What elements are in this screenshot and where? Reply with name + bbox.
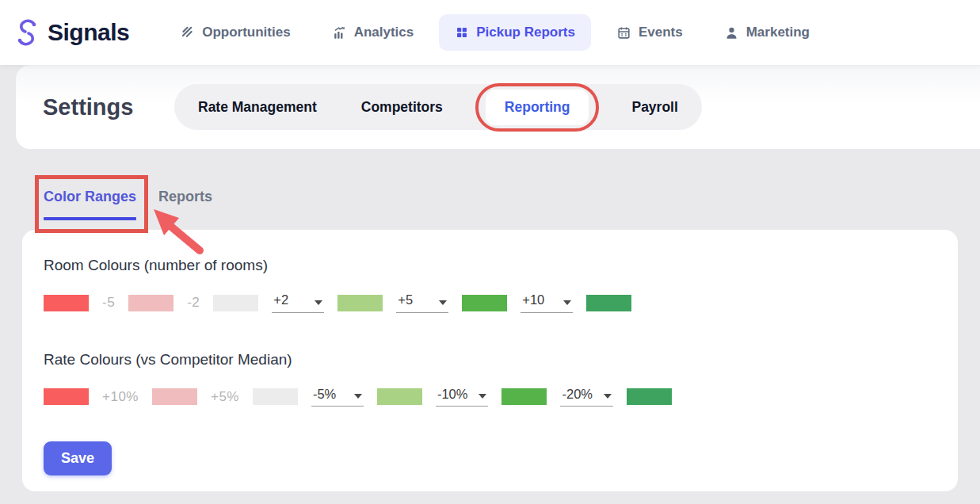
brand-name: Signals [48,19,129,46]
settings-tab-competitors[interactable]: Competitors [360,90,444,125]
color-range-row: -5-2 +2 +5 +10 [44,293,958,313]
content-tab-label: Color Ranges [44,189,136,204]
threshold-select[interactable]: -20% [560,388,613,407]
marketing-person-icon [724,25,739,40]
nav-item-events[interactable]: Events [601,14,699,51]
range-threshold-label: -5 [102,295,115,311]
threshold-select[interactable]: -10% [436,388,489,407]
nav-item-label: Events [639,25,683,40]
threshold-select[interactable]: +2 [272,293,324,313]
threshold-select-value: +10 [522,293,544,307]
color-swatch [213,295,258,311]
color-swatch [462,295,507,311]
rate-colours-section: Rate Colours (vs Competitor Median) +10%… [44,351,958,407]
threshold-select-value: -20% [562,388,593,401]
color-swatch [377,388,422,405]
chevron-down-icon [604,394,612,399]
settings-tab-rate-management[interactable]: Rate Management [196,90,318,125]
signals-brand[interactable]: Signals [11,17,129,48]
analytics-chart-icon [332,25,347,40]
chevron-down-icon [479,394,486,399]
content-tabs: Color Ranges Reports [44,189,980,220]
threshold-select-value: -5% [313,388,336,401]
settings-bar: Settings Rate Management Competitors Rep… [16,65,980,149]
color-swatch [586,295,631,311]
nav-item-label: Analytics [354,25,414,40]
section-title: Rate Colours (vs Competitor Median) [44,351,958,368]
main-nav: Opportunities Analytics Pickup Reports E… [164,14,826,51]
color-swatch [337,295,383,311]
nav-item-marketing[interactable]: Marketing [708,14,826,51]
nav-item-pickup-reports[interactable]: Pickup Reports [439,14,591,51]
settings-tab-payroll[interactable]: Payroll [630,90,679,125]
page-title: Settings [43,94,149,120]
content-tab-reports[interactable]: Reports [158,189,212,205]
nav-item-label: Marketing [746,25,810,40]
color-range-row: +10%+5% -5% -10% -20% [44,388,958,407]
pickup-reports-grid-icon [455,25,469,40]
nav-item-opportunities[interactable]: Opportunities [164,14,306,51]
threshold-select-value: +5 [398,293,413,307]
content-tab-color-ranges[interactable]: Color Ranges [44,189,136,220]
range-threshold-label: +10% [102,389,139,405]
content-tab-label: Reports [158,189,212,204]
settings-tab-label: Reporting [505,99,570,115]
settings-tab-group: Rate Management Competitors Reporting Pa… [174,84,702,130]
threshold-select-value: -10% [437,388,468,401]
events-calendar-icon [616,25,631,40]
color-swatch [253,388,298,405]
nav-item-label: Pickup Reports [476,25,575,40]
signals-logo-icon [11,17,43,48]
chevron-down-icon [563,300,571,305]
chevron-down-icon [439,300,447,305]
color-swatch [44,295,89,311]
color-swatch [501,388,547,405]
settings-tab-reporting[interactable]: Reporting [486,90,589,125]
color-swatch [44,388,89,405]
color-ranges-panel: Room Colours (number of rooms) -5-2 +2 +… [22,230,958,491]
range-threshold-label: +5% [211,389,239,405]
settings-tab-label: Competitors [361,99,443,115]
color-swatch [128,295,174,311]
threshold-select[interactable]: +5 [396,293,448,313]
settings-tab-label: Payroll [631,99,677,115]
chevron-down-icon [315,300,322,305]
save-button[interactable]: Save [44,441,112,475]
threshold-select[interactable]: -5% [311,388,364,407]
settings-tab-label: Rate Management [198,99,317,115]
active-tab-underline [44,217,136,220]
section-title: Room Colours (number of rooms) [44,257,958,274]
color-swatch [152,388,197,405]
color-swatch [627,388,672,405]
nav-item-label: Opportunities [202,25,290,40]
chevron-down-icon [354,394,362,399]
threshold-select[interactable]: +10 [521,293,573,313]
threshold-select-value: +2 [273,293,288,307]
opportunities-icon [180,25,195,40]
room-colours-section: Room Colours (number of rooms) -5-2 +2 +… [44,257,958,313]
app-header: Signals Opportunities Analytics Pickup R… [0,0,980,65]
nav-item-analytics[interactable]: Analytics [316,14,430,51]
range-threshold-label: -2 [187,295,200,311]
